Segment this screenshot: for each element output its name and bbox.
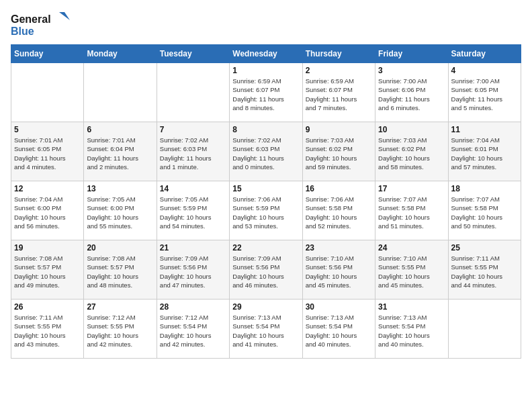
calendar-week-row: 26Sunrise: 7:11 AM Sunset: 5:55 PM Dayli…: [11, 300, 521, 359]
calendar-day-cell: 18Sunrise: 7:07 AM Sunset: 5:58 PM Dayli…: [448, 181, 521, 240]
calendar-day-cell: [157, 63, 229, 122]
day-number: 20: [87, 243, 153, 253]
calendar-day-cell: 16Sunrise: 7:06 AM Sunset: 5:58 PM Dayli…: [302, 181, 375, 240]
header-friday: Friday: [375, 45, 448, 63]
calendar-day-cell: 17Sunrise: 7:07 AM Sunset: 5:58 PM Dayli…: [375, 181, 448, 240]
calendar-day-cell: 22Sunrise: 7:09 AM Sunset: 5:56 PM Dayli…: [230, 240, 302, 300]
day-info: Sunrise: 7:07 AM Sunset: 5:58 PM Dayligh…: [451, 195, 518, 230]
day-number: 28: [160, 302, 226, 312]
calendar-day-cell: 9Sunrise: 7:03 AM Sunset: 6:02 PM Daylig…: [302, 122, 375, 181]
day-info: Sunrise: 7:11 AM Sunset: 5:55 PM Dayligh…: [14, 313, 81, 349]
day-info: Sunrise: 7:11 AM Sunset: 5:55 PM Dayligh…: [451, 254, 518, 289]
header-thursday: Thursday: [302, 45, 375, 63]
day-number: 6: [87, 125, 153, 134]
day-info: Sunrise: 7:10 AM Sunset: 5:56 PM Dayligh…: [306, 254, 372, 289]
day-number: 11: [451, 125, 518, 134]
day-info: Sunrise: 7:13 AM Sunset: 5:54 PM Dayligh…: [306, 313, 372, 349]
svg-marker-2: [59, 12, 70, 20]
day-info: Sunrise: 7:03 AM Sunset: 6:02 PM Dayligh…: [306, 136, 372, 171]
day-number: 4: [451, 66, 518, 75]
day-info: Sunrise: 7:08 AM Sunset: 5:57 PM Dayligh…: [87, 254, 153, 289]
day-info: Sunrise: 6:59 AM Sunset: 6:07 PM Dayligh…: [306, 77, 372, 112]
calendar-week-row: 19Sunrise: 7:08 AM Sunset: 5:57 PM Dayli…: [11, 240, 521, 300]
day-info: Sunrise: 7:06 AM Sunset: 5:59 PM Dayligh…: [232, 195, 299, 230]
day-info: Sunrise: 7:13 AM Sunset: 5:54 PM Dayligh…: [232, 313, 299, 349]
day-info: Sunrise: 7:00 AM Sunset: 6:05 PM Dayligh…: [451, 77, 518, 112]
day-info: Sunrise: 7:08 AM Sunset: 5:57 PM Dayligh…: [14, 254, 81, 289]
calendar-day-cell: 24Sunrise: 7:10 AM Sunset: 5:55 PM Dayli…: [375, 240, 448, 300]
calendar-day-cell: 8Sunrise: 7:02 AM Sunset: 6:03 PM Daylig…: [230, 122, 302, 181]
day-info: Sunrise: 7:05 AM Sunset: 5:59 PM Dayligh…: [160, 195, 226, 230]
calendar-day-cell: 27Sunrise: 7:12 AM Sunset: 5:55 PM Dayli…: [84, 300, 157, 359]
calendar-day-cell: 13Sunrise: 7:05 AM Sunset: 6:00 PM Dayli…: [84, 181, 157, 240]
day-info: Sunrise: 7:01 AM Sunset: 6:04 PM Dayligh…: [87, 136, 153, 171]
calendar-day-cell: 31Sunrise: 7:13 AM Sunset: 5:54 PM Dayli…: [375, 300, 448, 359]
day-info: Sunrise: 7:12 AM Sunset: 5:55 PM Dayligh…: [87, 313, 153, 349]
day-number: 24: [378, 243, 445, 253]
day-number: 29: [232, 302, 299, 312]
header-sunday: Sunday: [11, 45, 84, 63]
calendar-day-cell: 26Sunrise: 7:11 AM Sunset: 5:55 PM Dayli…: [11, 300, 84, 359]
day-number: 27: [87, 302, 153, 312]
calendar-day-cell: 6Sunrise: 7:01 AM Sunset: 6:04 PM Daylig…: [84, 122, 157, 181]
calendar-day-cell: 28Sunrise: 7:12 AM Sunset: 5:54 PM Dayli…: [157, 300, 229, 359]
day-info: Sunrise: 7:04 AM Sunset: 6:00 PM Dayligh…: [14, 195, 81, 230]
day-number: 23: [306, 243, 372, 253]
calendar-day-cell: [84, 63, 157, 122]
calendar-header-row: SundayMondayTuesdayWednesdayThursdayFrid…: [11, 45, 521, 63]
calendar-day-cell: 29Sunrise: 7:13 AM Sunset: 5:54 PM Dayli…: [230, 300, 302, 359]
day-number: 26: [14, 302, 81, 312]
header-monday: Monday: [84, 45, 157, 63]
day-number: 1: [232, 66, 299, 75]
day-info: Sunrise: 7:02 AM Sunset: 6:03 PM Dayligh…: [160, 136, 226, 171]
calendar-day-cell: 30Sunrise: 7:13 AM Sunset: 5:54 PM Dayli…: [302, 300, 375, 359]
logo: GeneralBlue: [11, 11, 71, 38]
calendar-day-cell: 3Sunrise: 7:00 AM Sunset: 6:06 PM Daylig…: [375, 63, 448, 122]
header-tuesday: Tuesday: [157, 45, 229, 63]
day-number: 18: [451, 184, 518, 193]
header-wednesday: Wednesday: [230, 45, 302, 63]
day-number: 8: [232, 125, 299, 134]
day-number: 2: [306, 66, 372, 75]
day-number: 15: [232, 184, 299, 193]
calendar-day-cell: [448, 300, 521, 359]
calendar-day-cell: 21Sunrise: 7:09 AM Sunset: 5:56 PM Dayli…: [157, 240, 229, 300]
calendar-day-cell: 15Sunrise: 7:06 AM Sunset: 5:59 PM Dayli…: [230, 181, 302, 240]
day-info: Sunrise: 7:00 AM Sunset: 6:06 PM Dayligh…: [378, 77, 445, 112]
day-info: Sunrise: 6:59 AM Sunset: 6:07 PM Dayligh…: [232, 77, 299, 112]
day-number: 22: [232, 243, 299, 253]
calendar-day-cell: 10Sunrise: 7:03 AM Sunset: 6:02 PM Dayli…: [375, 122, 448, 181]
day-info: Sunrise: 7:04 AM Sunset: 6:01 PM Dayligh…: [451, 136, 518, 171]
calendar-week-row: 12Sunrise: 7:04 AM Sunset: 6:00 PM Dayli…: [11, 181, 521, 240]
day-info: Sunrise: 7:09 AM Sunset: 5:56 PM Dayligh…: [160, 254, 226, 289]
day-number: 9: [306, 125, 372, 134]
day-number: 3: [378, 66, 445, 75]
svg-text:Blue: Blue: [11, 26, 34, 37]
day-info: Sunrise: 7:05 AM Sunset: 6:00 PM Dayligh…: [87, 195, 153, 230]
day-number: 19: [14, 243, 81, 253]
calendar-day-cell: 12Sunrise: 7:04 AM Sunset: 6:00 PM Dayli…: [11, 181, 84, 240]
page-header: GeneralBlue: [11, 11, 521, 38]
calendar-day-cell: 5Sunrise: 7:01 AM Sunset: 6:05 PM Daylig…: [11, 122, 84, 181]
calendar-day-cell: 1Sunrise: 6:59 AM Sunset: 6:07 PM Daylig…: [230, 63, 302, 122]
calendar-day-cell: 14Sunrise: 7:05 AM Sunset: 5:59 PM Dayli…: [157, 181, 229, 240]
day-info: Sunrise: 7:01 AM Sunset: 6:05 PM Dayligh…: [14, 136, 81, 171]
day-number: 5: [14, 125, 81, 134]
day-number: 16: [306, 184, 372, 193]
calendar-day-cell: 11Sunrise: 7:04 AM Sunset: 6:01 PM Dayli…: [448, 122, 521, 181]
calendar-week-row: 5Sunrise: 7:01 AM Sunset: 6:05 PM Daylig…: [11, 122, 521, 181]
calendar-day-cell: [11, 63, 84, 122]
day-number: 25: [451, 243, 518, 253]
calendar-day-cell: 7Sunrise: 7:02 AM Sunset: 6:03 PM Daylig…: [157, 122, 229, 181]
day-info: Sunrise: 7:10 AM Sunset: 5:55 PM Dayligh…: [378, 254, 445, 289]
day-number: 7: [160, 125, 226, 134]
day-info: Sunrise: 7:06 AM Sunset: 5:58 PM Dayligh…: [306, 195, 372, 230]
day-number: 21: [160, 243, 226, 253]
calendar-day-cell: 25Sunrise: 7:11 AM Sunset: 5:55 PM Dayli…: [448, 240, 521, 300]
calendar-day-cell: 4Sunrise: 7:00 AM Sunset: 6:05 PM Daylig…: [448, 63, 521, 122]
calendar-day-cell: 20Sunrise: 7:08 AM Sunset: 5:57 PM Dayli…: [84, 240, 157, 300]
day-info: Sunrise: 7:02 AM Sunset: 6:03 PM Dayligh…: [232, 136, 299, 171]
day-info: Sunrise: 7:09 AM Sunset: 5:56 PM Dayligh…: [232, 254, 299, 289]
calendar-week-row: 1Sunrise: 6:59 AM Sunset: 6:07 PM Daylig…: [11, 63, 521, 122]
calendar-table: SundayMondayTuesdayWednesdayThursdayFrid…: [11, 44, 521, 359]
